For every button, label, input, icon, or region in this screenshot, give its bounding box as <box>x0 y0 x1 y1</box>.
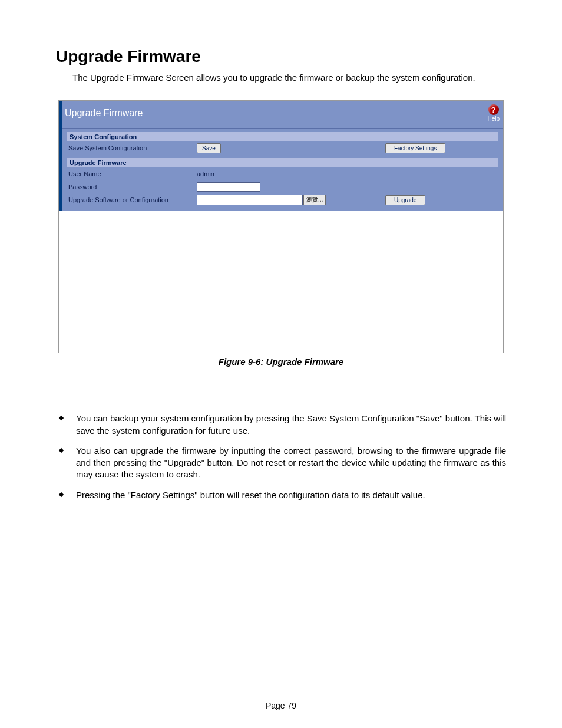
help-button[interactable]: ? Help <box>487 104 500 122</box>
panel-blank-area <box>59 211 503 353</box>
label-password: Password <box>67 183 197 190</box>
label-upgrade-file: Upgrade Software or Configuration <box>67 196 197 203</box>
row-password: Password <box>67 180 498 193</box>
browse-button[interactable]: 瀏覽... <box>303 195 326 205</box>
value-user-name: admin <box>197 170 214 177</box>
panel-title: Upgrade Firmware <box>65 108 143 118</box>
row-upgrade-file: Upgrade Software or Configuration 瀏覽... … <box>67 193 498 206</box>
help-label: Help <box>487 116 500 122</box>
help-icon: ? <box>488 104 499 115</box>
page-title: Upgrade Firmware <box>56 47 506 66</box>
section-header-upgrade-firmware: Upgrade Firmware <box>67 158 498 167</box>
upgrade-button[interactable]: Upgrade <box>385 195 425 205</box>
save-button[interactable]: Save <box>197 143 221 153</box>
list-item: You can backup your system configuration… <box>56 413 506 437</box>
intro-text: The Upgrade Firmware Screen allows you t… <box>72 73 475 83</box>
notes-list: You can backup your system configuration… <box>56 413 506 501</box>
file-path-field[interactable] <box>197 195 303 205</box>
label-user-name: User Name <box>67 170 197 177</box>
password-input[interactable] <box>197 182 260 192</box>
screenshot-panel: Upgrade Firmware ? Help System Configura… <box>58 100 504 353</box>
label-save-system-configuration: Save System Configuration <box>67 144 197 151</box>
section-header-system-configuration: System Configuration <box>67 132 498 141</box>
factory-settings-button[interactable]: Factory Settings <box>385 143 445 153</box>
list-item: You also can upgrade the firmware by inp… <box>56 445 506 481</box>
figure-caption: Figure 9-6: Upgrade Firmware <box>56 357 506 367</box>
intro-paragraph: The Upgrade Firmware Screen allows you t… <box>56 72 506 84</box>
page-footer: Page 79 <box>0 701 562 710</box>
list-item: Pressing the "Factory Settings" button w… <box>56 489 506 501</box>
panel-titlebar: Upgrade Firmware ? Help <box>62 101 503 129</box>
row-save-system-configuration: Save System Configuration Save Factory S… <box>67 141 498 154</box>
row-user-name: User Name admin <box>67 167 498 180</box>
